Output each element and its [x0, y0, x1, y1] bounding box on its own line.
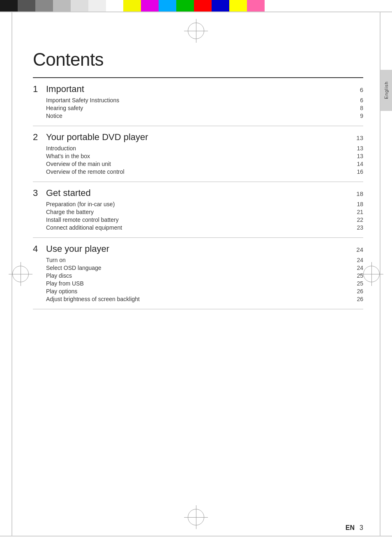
list-item: Select OSD language24: [46, 265, 363, 271]
section-divider-1: [33, 126, 363, 126]
color-segment: [194, 0, 212, 12]
page-title: Contents: [33, 49, 363, 70]
list-item: Install remote control battery22: [46, 216, 363, 223]
sub-item-page: 18: [351, 201, 363, 207]
section-title-4: Use your player: [46, 244, 351, 254]
list-item: Important Safety Instructions6: [46, 97, 363, 104]
list-item: Overview of the remote control16: [46, 168, 363, 175]
sub-item-title: Play from USB: [46, 280, 351, 287]
sub-item-title: Charge the battery: [46, 209, 351, 215]
color-segment: [0, 0, 18, 12]
list-item: Notice9: [46, 113, 363, 119]
sub-item-page: 25: [351, 280, 363, 287]
color-segment: [212, 0, 229, 12]
color-segment: [247, 0, 265, 12]
sub-item-page: 23: [351, 224, 363, 231]
section-title-3: Get started: [46, 188, 351, 198]
sub-item-title: Install remote control battery: [46, 216, 351, 223]
color-segment: [141, 0, 159, 12]
section-divider-2: [33, 182, 363, 182]
sub-item-title: Overview of the main unit: [46, 161, 351, 167]
crosshair-mid-left: [12, 266, 29, 282]
list-item: Charge the battery21: [46, 209, 363, 215]
color-segment: [106, 0, 124, 12]
color-segment: [265, 0, 282, 12]
sub-item-page: 13: [351, 145, 363, 152]
list-item: Play options26: [46, 288, 363, 295]
footer: EN 3: [346, 524, 363, 532]
list-item: Connect additional equipment23: [46, 224, 363, 231]
footer-page: 3: [360, 524, 363, 532]
section-3: 3Get started18Preparation (for in-car us…: [33, 188, 363, 231]
sub-item-page: 13: [351, 153, 363, 159]
color-segment: [18, 0, 35, 12]
list-item: Play from USB25: [46, 280, 363, 287]
section-title-1: Important: [46, 84, 351, 94]
color-segment: [123, 0, 141, 12]
sub-item-page: 26: [351, 288, 363, 295]
section-number-3: 3: [33, 188, 46, 198]
list-item: Adjust brightness of screen backlight26: [46, 296, 363, 302]
color-segment: [35, 0, 53, 12]
english-tab: English: [380, 70, 392, 111]
section-page-1: 6: [351, 86, 363, 93]
section-title-2: Your portable DVD player: [46, 132, 351, 143]
section-header-4: 4Use your player24: [33, 244, 363, 254]
sub-item-title: Hearing safety: [46, 105, 351, 111]
sub-item-page: 22: [351, 216, 363, 223]
list-item: Play discs25: [46, 272, 363, 279]
color-segment: [71, 0, 88, 12]
sub-item-title: Play discs: [46, 272, 351, 279]
sub-item-page: 9: [351, 113, 363, 119]
sub-item-title: Overview of the remote control: [46, 168, 351, 175]
list-item: Overview of the main unit14: [46, 161, 363, 167]
color-segment: [53, 0, 71, 12]
title-divider: [33, 77, 363, 78]
sub-item-page: 21: [351, 209, 363, 215]
section-header-3: 3Get started18: [33, 188, 363, 198]
color-segment: [88, 0, 106, 12]
crosshair-top: [188, 23, 204, 39]
color-segment: [229, 0, 247, 12]
sub-item-page: 24: [351, 265, 363, 271]
section-header-2: 2Your portable DVD player13: [33, 132, 363, 143]
section-1: 1Important6Important Safety Instructions…: [33, 84, 363, 119]
border-top: [0, 12, 392, 12]
sub-item-page: 6: [351, 97, 363, 104]
sub-item-title: What's in the box: [46, 153, 351, 159]
sub-item-page: 16: [351, 168, 363, 175]
section-divider-4: [33, 309, 363, 309]
sub-item-title: Notice: [46, 113, 351, 119]
sub-item-title: Preparation (for in-car use): [46, 201, 351, 207]
sub-item-page: 14: [351, 161, 363, 167]
sub-item-page: 26: [351, 296, 363, 302]
section-number-4: 4: [33, 244, 46, 254]
section-page-2: 13: [351, 134, 363, 141]
section-4: 4Use your player24Turn on24Select OSD la…: [33, 244, 363, 302]
section-page-3: 18: [351, 190, 363, 197]
sub-item-title: Connect additional equipment: [46, 224, 351, 231]
sub-item-title: Select OSD language: [46, 265, 351, 271]
color-bar: [0, 0, 392, 12]
list-item: What's in the box13: [46, 153, 363, 159]
footer-lang: EN: [346, 524, 355, 532]
list-item: Hearing safety8: [46, 105, 363, 111]
list-item: Preparation (for in-car use)18: [46, 201, 363, 207]
main-content: Contents 1Important6Important Safety Ins…: [33, 49, 363, 515]
sections-container: 1Important6Important Safety Instructions…: [33, 84, 363, 309]
section-number-2: 2: [33, 132, 46, 143]
crosshair-mid-right: [363, 266, 380, 282]
sub-item-page: 24: [351, 257, 363, 263]
border-bottom: [0, 536, 392, 536]
section-divider-3: [33, 237, 363, 238]
section-header-1: 1Important6: [33, 84, 363, 94]
section-2: 2Your portable DVD player13Introduction1…: [33, 132, 363, 175]
sub-item-page: 25: [351, 272, 363, 279]
section-page-4: 24: [351, 246, 363, 253]
section-number-1: 1: [33, 84, 46, 94]
list-item: Turn on24: [46, 257, 363, 263]
list-item: Introduction13: [46, 145, 363, 152]
color-segment: [159, 0, 176, 12]
color-segment: [176, 0, 194, 12]
sub-item-title: Introduction: [46, 145, 351, 152]
